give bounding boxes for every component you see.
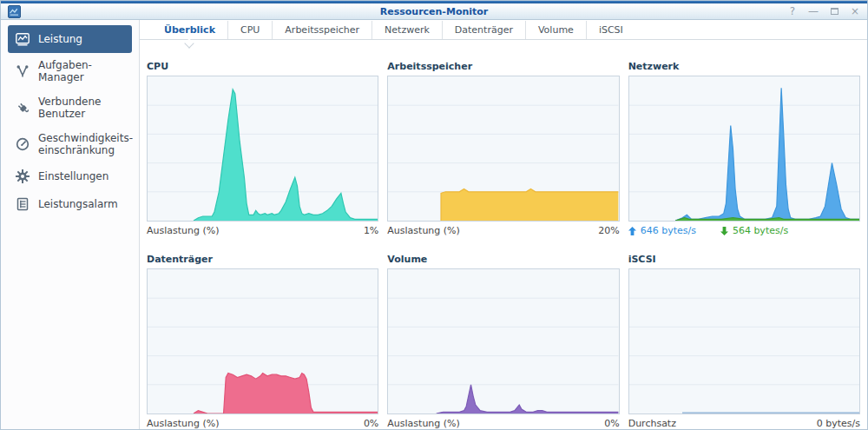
sidebar-item-label: Aufgaben-Manager <box>38 59 125 83</box>
sidebar-item-geschwindigkeitseinschraenkung[interactable]: Geschwindigkeits- einschränkung <box>8 126 132 162</box>
iscsi-line-chart <box>628 268 860 414</box>
chart-current-value: 0% <box>604 418 619 429</box>
sidebar-item-aufgaben-manager[interactable]: Aufgaben-Manager <box>8 53 132 89</box>
speed-limit-gauge-icon <box>15 136 30 152</box>
upload-arrow-icon <box>628 227 636 235</box>
chart-current-value: 0 bytes/s <box>817 418 860 429</box>
main-area: Leistung Aufgaben-Manager <box>1 20 867 429</box>
upload-rate-label: 646 bytes/s <box>641 225 696 236</box>
chart-panel-volume: Volume Auslastung (%) 0% <box>387 254 619 429</box>
sidebar-item-label: Leistung <box>38 33 82 45</box>
minimize-button[interactable]: — <box>808 6 819 17</box>
tab-iscsi[interactable]: iSCSI <box>586 21 635 39</box>
sidebar-item-label: Verbundene Benutzer <box>38 96 125 120</box>
network-legend: 646 bytes/s 564 bytes/s <box>628 225 860 236</box>
help-button[interactable]: ? <box>787 6 798 17</box>
settings-gear-icon <box>15 169 30 184</box>
maximize-button[interactable] <box>829 6 839 17</box>
performance-chart-icon <box>9 6 20 17</box>
memory-area-chart <box>387 76 619 222</box>
chart-current-value: 20% <box>598 225 619 236</box>
chart-title: Arbeitsspeicher <box>387 61 619 72</box>
tab-cpu[interactable]: CPU <box>227 21 272 39</box>
titlebar[interactable]: Ressourcen-Monitor ? — × <box>1 3 867 20</box>
sidebar-item-leistungsalarm[interactable]: Leistungsalarm <box>8 190 132 218</box>
chart-panel-arbeitsspeicher: Arbeitsspeicher Auslastung (%) 20% <box>387 61 619 236</box>
chart-title: Netzwerk <box>628 61 860 72</box>
sidebar: Leistung Aufgaben-Manager <box>1 20 140 429</box>
charts-grid: CPU Auslastung (%) 1% Arbeitsspeicher <box>140 40 867 429</box>
chart-panel-iscsi: iSCSI Durchsatz 0 bytes/s <box>628 254 860 429</box>
sidebar-item-label: Leistungsalarm <box>38 198 118 210</box>
sidebar-item-label: Einstellungen <box>38 170 108 182</box>
window-title: Ressourcen-Monitor <box>1 6 867 17</box>
resource-monitor-window: Ressourcen-Monitor ? — × Leistung <box>1 1 867 429</box>
task-manager-icon <box>15 63 30 79</box>
tab-bar: Überblick CPU Arbeitsspeicher Netzwerk D… <box>140 20 867 40</box>
sidebar-item-leistung[interactable]: Leistung <box>8 25 132 53</box>
sidebar-item-verbundene-benutzer[interactable]: Verbundene Benutzer <box>8 89 132 126</box>
tab-volume[interactable]: Volume <box>525 21 586 39</box>
chart-axis-label: Durchsatz <box>628 418 676 429</box>
content-area: Überblick CPU Arbeitsspeicher Netzwerk D… <box>140 20 867 429</box>
window-controls: ? — × <box>787 6 860 17</box>
maximize-icon <box>831 8 838 15</box>
app-icon <box>8 5 21 18</box>
sidebar-item-einstellungen[interactable]: Einstellungen <box>8 162 132 190</box>
tab-arbeitsspeicher[interactable]: Arbeitsspeicher <box>272 21 372 39</box>
chart-axis-label: Auslastung (%) <box>387 418 460 429</box>
chart-axis-label: Auslastung (%) <box>147 225 220 236</box>
chart-title: iSCSI <box>628 254 860 265</box>
connected-users-plug-icon <box>15 100 30 116</box>
chart-title: CPU <box>147 61 378 72</box>
download-rate: 564 bytes/s <box>720 225 788 236</box>
performance-alarm-report-icon <box>15 196 30 212</box>
cpu-area-chart <box>147 76 378 222</box>
chart-footer: Auslastung (%) 1% <box>147 225 378 236</box>
network-area-chart <box>628 76 860 222</box>
upload-rate: 646 bytes/s <box>628 225 696 236</box>
chart-panel-datentraeger: Datenträger Auslastung (%) 0% <box>147 254 378 429</box>
chart-current-value: 1% <box>364 225 378 236</box>
download-arrow-icon <box>720 227 728 235</box>
chart-panel-cpu: CPU Auslastung (%) 1% <box>147 61 378 236</box>
download-rate-label: 564 bytes/s <box>733 225 788 236</box>
tab-datentraeger[interactable]: Datenträger <box>442 21 525 39</box>
chart-axis-label: Auslastung (%) <box>147 418 220 429</box>
chart-footer: Auslastung (%) 0% <box>147 418 378 429</box>
tab-ueberblick[interactable]: Überblick <box>152 21 227 39</box>
chart-title: Volume <box>387 254 619 265</box>
chart-panel-netzwerk: Netzwerk 646 bytes/s <box>628 61 860 236</box>
volume-area-chart <box>387 268 619 414</box>
chart-title: Datenträger <box>147 254 378 265</box>
close-button[interactable]: × <box>850 6 860 17</box>
tab-netzwerk[interactable]: Netzwerk <box>372 21 442 39</box>
chart-footer: Auslastung (%) 0% <box>387 418 619 429</box>
chart-footer: Auslastung (%) 20% <box>387 225 619 236</box>
disk-area-chart <box>147 268 378 414</box>
sidebar-item-label: Geschwindigkeits- einschränkung <box>38 132 133 156</box>
chart-footer: Durchsatz 0 bytes/s <box>628 418 860 429</box>
chart-axis-label: Auslastung (%) <box>387 225 460 236</box>
performance-chart-icon <box>15 31 30 47</box>
chart-current-value: 0% <box>364 418 378 429</box>
